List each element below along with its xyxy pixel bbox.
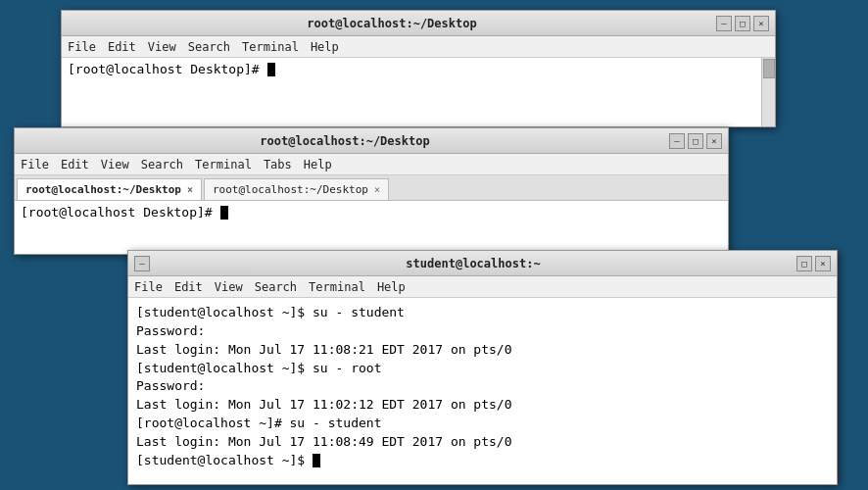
title-3: student@localhost:~	[150, 257, 796, 270]
terminal-line-1: Password:	[136, 322, 829, 341]
minimize-btn-1[interactable]: –	[716, 16, 732, 31]
menu-file-2[interactable]: File	[21, 158, 49, 172]
title-2: root@localhost:~/Desktop	[21, 134, 669, 148]
terminal-body-3[interactable]: [student@localhost ~]$ su - studentPassw…	[128, 298, 837, 484]
close-btn-3[interactable]: ×	[815, 256, 831, 271]
menu-bar-3: File Edit View Search Terminal Help	[128, 276, 837, 298]
tab-2[interactable]: root@localhost:~/Desktop ×	[204, 178, 389, 200]
menu-file-1[interactable]: File	[68, 40, 96, 54]
menu-search-3[interactable]: Search	[255, 280, 297, 294]
menu-terminal-1[interactable]: Terminal	[242, 40, 299, 54]
prompt-2: [root@localhost Desktop]#	[21, 205, 220, 220]
menu-search-2[interactable]: Search	[141, 158, 183, 172]
menu-tabs-2[interactable]: Tabs	[264, 158, 292, 172]
menu-bar-1: File Edit View Search Terminal Help	[62, 36, 775, 58]
tab-1-label: root@localhost:~/Desktop	[25, 183, 181, 196]
title-bar-3: – student@localhost:~ □ ×	[128, 251, 837, 276]
terminal-line-5: Last login: Mon Jul 17 11:02:12 EDT 2017…	[136, 396, 829, 415]
menu-help-2[interactable]: Help	[304, 158, 332, 172]
tab-1-close[interactable]: ×	[187, 184, 193, 195]
tab-bar-2: root@localhost:~/Desktop × root@localhos…	[15, 175, 728, 201]
minimize-btn-2[interactable]: –	[669, 133, 685, 149]
terminal-body-1[interactable]: [root@localhost Desktop]#	[62, 58, 775, 126]
prompt-1: [root@localhost Desktop]#	[68, 62, 267, 76]
menu-view-3[interactable]: View	[215, 280, 243, 294]
win3-buttons-left: –	[134, 256, 150, 271]
tab-2-close[interactable]: ×	[374, 184, 380, 195]
terminal-line-0: [student@localhost ~]$ su - student	[136, 304, 829, 322]
terminal-line-4: Password:	[136, 377, 829, 396]
terminal-line-2: Last login: Mon Jul 17 11:08:21 EDT 2017…	[136, 341, 829, 360]
menu-view-2[interactable]: View	[101, 158, 129, 172]
cursor-1	[267, 63, 275, 76]
maximize-btn-1[interactable]: □	[735, 16, 750, 31]
terminal-window-1: root@localhost:~/Desktop – □ × File Edit…	[61, 10, 776, 127]
terminal-line-8: [student@localhost ~]$	[136, 452, 829, 470]
terminal-line-3: [student@localhost ~]$ su - root	[136, 360, 829, 378]
maximize-btn-3[interactable]: □	[796, 256, 812, 271]
close-btn-1[interactable]: ×	[753, 16, 769, 31]
menu-search-1[interactable]: Search	[188, 40, 230, 54]
title-1: root@localhost:~/Desktop	[68, 17, 716, 30]
close-btn-2[interactable]: ×	[706, 133, 722, 149]
terminal-window-3: – student@localhost:~ □ × File Edit View…	[127, 250, 838, 485]
maximize-btn-2[interactable]: □	[688, 133, 703, 149]
menu-edit-1[interactable]: Edit	[108, 40, 136, 54]
cursor-2	[220, 206, 228, 220]
scrollbar-thumb-1[interactable]	[763, 59, 775, 78]
menu-edit-3[interactable]: Edit	[174, 280, 203, 294]
menu-edit-2[interactable]: Edit	[61, 158, 89, 172]
menu-terminal-2[interactable]: Terminal	[195, 158, 252, 172]
win3-buttons-right: □ ×	[796, 256, 831, 271]
terminal-body-2[interactable]: [root@localhost Desktop]#	[15, 201, 728, 254]
terminal-line-6: [root@localhost ~]# su - student	[136, 415, 829, 433]
menu-help-1[interactable]: Help	[311, 40, 339, 54]
menu-view-1[interactable]: View	[148, 40, 176, 54]
menu-help-3[interactable]: Help	[377, 280, 406, 294]
menu-file-3[interactable]: File	[134, 280, 163, 294]
win2-buttons: – □ ×	[669, 133, 722, 149]
menu-bar-2: File Edit View Search Terminal Tabs Help	[15, 154, 728, 175]
terminal-window-2: root@localhost:~/Desktop – □ × File Edit…	[14, 127, 729, 255]
tab-2-label: root@localhost:~/Desktop	[213, 183, 368, 196]
scrollbar-1[interactable]	[761, 58, 775, 126]
title-bar-1: root@localhost:~/Desktop – □ ×	[62, 11, 775, 36]
win1-buttons: – □ ×	[716, 16, 769, 31]
menu-terminal-3[interactable]: Terminal	[309, 280, 365, 294]
cursor-3	[313, 454, 320, 467]
minimize-btn-3[interactable]: –	[134, 256, 150, 271]
title-bar-2: root@localhost:~/Desktop – □ ×	[15, 128, 728, 154]
tab-1[interactable]: root@localhost:~/Desktop ×	[17, 178, 202, 200]
terminal-line-7: Last login: Mon Jul 17 11:08:49 EDT 2017…	[136, 433, 829, 452]
